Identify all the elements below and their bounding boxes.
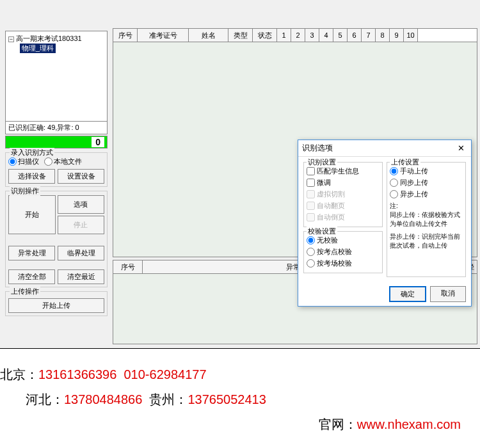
input-mode-group: 录入识别方式 扫描仪 本地文件 选择设备 设置设备 [5, 152, 108, 187]
radio-upload-manual[interactable]: 手动上传 [390, 166, 463, 176]
radio-upload-async[interactable]: 异步上传 [390, 189, 463, 199]
chk-auto-flip: 自动翻页 [307, 201, 380, 211]
th-5: 1 [277, 29, 291, 42]
ok-button[interactable]: 确定 [389, 286, 426, 302]
upload-ops-group: 上传操作 开始上传 [5, 291, 108, 316]
exception-button[interactable]: 异常处理 [8, 246, 55, 260]
th-9: 5 [333, 29, 348, 42]
site-url: www.nhexam.com [357, 417, 461, 431]
radio-verify-point[interactable]: 按考点校验 [307, 247, 380, 257]
radio-verify-none[interactable]: 无校验 [307, 236, 380, 245]
cancel-button[interactable]: 取消 [430, 286, 466, 302]
site-label: 官网： [319, 417, 357, 431]
verify-settings-group: 校验设置 无校验 按考点校验 按考场校验 [303, 231, 383, 273]
group-title: 上传操作 [10, 287, 40, 296]
recog-settings-group: 识别设置 匹配学生信息 微调 虚拟切割 自动翻页 自动倒页 [303, 162, 383, 227]
counter-value: 0 [92, 137, 104, 147]
th-10: 6 [348, 29, 362, 42]
clear-all-button[interactable]: 清空全部 [8, 269, 55, 284]
th-13: 9 [390, 29, 404, 42]
beijing-tel: 010-62984177 [124, 367, 206, 381]
radio-verify-room[interactable]: 按考场校验 [307, 259, 380, 268]
tree-root-label: 高一期末考试180331 [16, 35, 82, 42]
radio-scanner[interactable]: 扫描仪 [8, 157, 39, 166]
start-upload-button[interactable]: 开始上传 [8, 298, 104, 313]
stop-button[interactable]: 停止 [58, 216, 105, 234]
th-2: 姓名 [189, 29, 228, 42]
group-title: 上传设置 [390, 157, 420, 167]
tree-panel[interactable]: −高一期末考试180331 物理_理科 [5, 31, 108, 122]
tree-root-item[interactable]: −高一期末考试180331 [8, 34, 104, 44]
clear-recent-button[interactable]: 清空最近 [58, 269, 104, 284]
recognition-ops-group: 识别操作 开始 选项 停止 异常处理 临界处理 清空全部 清空最近 [5, 191, 108, 287]
close-icon[interactable]: ✕ [454, 143, 467, 153]
th-7: 3 [305, 29, 319, 42]
th-6: 2 [291, 29, 305, 42]
th-seq: 序号 [113, 260, 143, 273]
beijing-phone: 13161366396 [38, 367, 116, 381]
collapse-icon[interactable]: − [8, 36, 14, 42]
app-window: −高一期末考试180331 物理_理科 已识别正确: 49,异常: 0 0 录入… [0, 0, 480, 349]
th-14: 10 [404, 29, 418, 42]
th-1: 准考证号 [138, 29, 189, 42]
boundary-button[interactable]: 临界处理 [58, 246, 104, 260]
th-12: 8 [376, 29, 390, 42]
upload-note: 注: 同步上传：依据校验方式为单位自动上传文件 异步上传：识别完毕当前批次试卷，… [390, 202, 463, 250]
options-button[interactable]: 选项 [58, 195, 105, 214]
hebei-label: 河北： [26, 392, 64, 406]
status-line: 已识别正确: 49,异常: 0 [5, 122, 108, 134]
guizhou-label: 贵州： [149, 392, 188, 406]
th-0: 序号 [113, 29, 138, 42]
group-title: 识别设置 [307, 157, 337, 167]
config-device-button[interactable]: 设置设备 [58, 169, 104, 184]
options-dialog: 识别选项 ✕ 识别设置 匹配学生信息 微调 虚拟切割 自动翻页 自动倒页 校验设… [298, 140, 472, 307]
radio-local-file[interactable]: 本地文件 [44, 157, 82, 166]
dialog-titlebar[interactable]: 识别选项 ✕ [298, 140, 471, 157]
beijing-label: 北京： [0, 367, 38, 381]
chk-match-student[interactable]: 匹配学生信息 [307, 166, 380, 176]
chk-virtual-cut: 虚拟切割 [307, 189, 380, 199]
sidebar: −高一期末考试180331 物理_理科 已识别正确: 49,异常: 0 0 录入… [5, 31, 108, 316]
group-title: 录入识别方式 [10, 148, 54, 157]
th-3: 类型 [228, 29, 253, 42]
group-title: 识别操作 [10, 186, 40, 196]
select-device-button[interactable]: 选择设备 [8, 169, 55, 184]
radio-upload-sync[interactable]: 同步上传 [390, 178, 463, 188]
guizhou-phone: 13765052413 [188, 392, 266, 406]
table1-header: 序号准考证号姓名类型状态12345678910 [113, 28, 477, 42]
th-8: 4 [319, 29, 333, 42]
hebei-phone: 13780484866 [64, 392, 142, 406]
chk-fine-tune[interactable]: 微调 [307, 178, 380, 188]
chk-auto-reverse: 自动倒页 [307, 212, 380, 222]
tree-child-item[interactable]: 物理_理科 [20, 44, 56, 53]
group-title: 校验设置 [307, 227, 337, 236]
upload-settings-group: 上传设置 手动上传 同步上传 异步上传 注: 同步上传：依据校验方式为单位自动上… [387, 162, 466, 277]
th-4: 状态 [253, 29, 277, 42]
dialog-title: 识别选项 [302, 143, 333, 154]
start-button[interactable]: 开始 [8, 195, 56, 234]
progress-bar: 0 [5, 136, 108, 148]
contact-info: 北京：13161366396 010-62984177 河北：137804848… [0, 366, 480, 441]
th-11: 7 [362, 29, 376, 42]
